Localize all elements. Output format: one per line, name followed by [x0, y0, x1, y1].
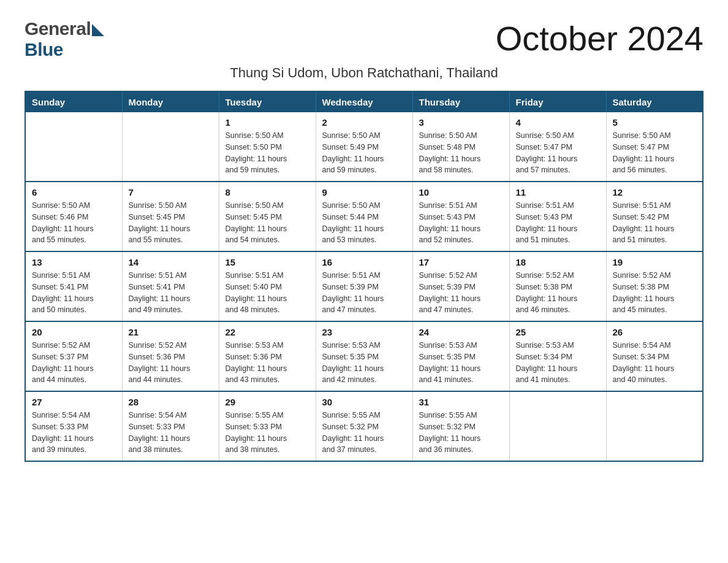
day-info: Sunrise: 5:53 AMSunset: 5:36 PMDaylight:… — [226, 340, 309, 386]
table-row: 7Sunrise: 5:50 AMSunset: 5:45 PMDaylight… — [122, 182, 219, 251]
day-info: Sunrise: 5:53 AMSunset: 5:35 PMDaylight:… — [419, 340, 503, 386]
day-number: 11 — [516, 187, 600, 197]
day-info: Sunrise: 5:54 AMSunset: 5:33 PMDaylight:… — [32, 410, 116, 456]
day-number: 19 — [613, 257, 697, 267]
day-number: 17 — [419, 257, 503, 267]
logo: General Blue — [25, 18, 105, 60]
month-year-title: October 2024 — [496, 18, 703, 58]
table-row: 2Sunrise: 5:50 AMSunset: 5:49 PMDaylight… — [316, 112, 412, 182]
logo-blue-text: Blue — [25, 39, 63, 59]
day-info: Sunrise: 5:52 AMSunset: 5:38 PMDaylight:… — [613, 270, 697, 316]
day-number: 13 — [32, 257, 116, 267]
table-row: 24Sunrise: 5:53 AMSunset: 5:35 PMDayligh… — [412, 321, 509, 391]
day-info: Sunrise: 5:50 AMSunset: 5:47 PMDaylight:… — [613, 130, 697, 176]
table-row: 6Sunrise: 5:50 AMSunset: 5:46 PMDaylight… — [25, 182, 122, 251]
col-friday: Friday — [509, 91, 606, 112]
day-info: Sunrise: 5:50 AMSunset: 5:44 PMDaylight:… — [322, 200, 406, 246]
table-row: 5Sunrise: 5:50 AMSunset: 5:47 PMDaylight… — [606, 112, 703, 182]
day-number: 12 — [613, 187, 697, 197]
day-number: 22 — [226, 327, 309, 337]
day-info: Sunrise: 5:50 AMSunset: 5:45 PMDaylight:… — [129, 200, 213, 246]
location-subtitle: Thung Si Udom, Ubon Ratchathani, Thailan… — [25, 65, 703, 81]
table-row: 30Sunrise: 5:55 AMSunset: 5:32 PMDayligh… — [316, 391, 412, 461]
col-tuesday: Tuesday — [219, 91, 316, 112]
day-info: Sunrise: 5:51 AMSunset: 5:40 PMDaylight:… — [226, 270, 309, 316]
calendar-header-row: Sunday Monday Tuesday Wednesday Thursday… — [25, 91, 703, 112]
logo-triangle-icon — [92, 24, 104, 36]
day-info: Sunrise: 5:55 AMSunset: 5:32 PMDaylight:… — [322, 410, 406, 456]
day-number: 28 — [129, 397, 213, 407]
col-wednesday: Wednesday — [316, 91, 412, 112]
table-row: 17Sunrise: 5:52 AMSunset: 5:39 PMDayligh… — [412, 251, 509, 321]
day-number: 26 — [613, 327, 697, 337]
day-info: Sunrise: 5:52 AMSunset: 5:38 PMDaylight:… — [516, 270, 600, 316]
table-row: 31Sunrise: 5:55 AMSunset: 5:32 PMDayligh… — [412, 391, 509, 461]
day-info: Sunrise: 5:50 AMSunset: 5:47 PMDaylight:… — [516, 130, 600, 176]
day-info: Sunrise: 5:50 AMSunset: 5:49 PMDaylight:… — [322, 130, 406, 176]
table-row: 9Sunrise: 5:50 AMSunset: 5:44 PMDaylight… — [316, 182, 412, 251]
month-title: October 2024 — [496, 18, 703, 58]
day-info: Sunrise: 5:55 AMSunset: 5:32 PMDaylight:… — [419, 410, 503, 456]
day-number: 14 — [129, 257, 213, 267]
day-number: 23 — [322, 327, 406, 337]
day-number: 10 — [419, 187, 503, 197]
day-info: Sunrise: 5:50 AMSunset: 5:48 PMDaylight:… — [419, 130, 503, 176]
table-row: 10Sunrise: 5:51 AMSunset: 5:43 PMDayligh… — [412, 182, 509, 251]
day-info: Sunrise: 5:51 AMSunset: 5:39 PMDaylight:… — [322, 270, 406, 316]
calendar-week-row: 1Sunrise: 5:50 AMSunset: 5:50 PMDaylight… — [25, 112, 703, 182]
day-number: 24 — [419, 327, 503, 337]
table-row — [122, 112, 219, 182]
table-row: 16Sunrise: 5:51 AMSunset: 5:39 PMDayligh… — [316, 251, 412, 321]
col-thursday: Thursday — [412, 91, 509, 112]
table-row — [606, 391, 703, 461]
calendar-week-row: 27Sunrise: 5:54 AMSunset: 5:33 PMDayligh… — [25, 391, 703, 461]
day-info: Sunrise: 5:50 AMSunset: 5:46 PMDaylight:… — [32, 200, 116, 246]
table-row: 13Sunrise: 5:51 AMSunset: 5:41 PMDayligh… — [25, 251, 122, 321]
day-info: Sunrise: 5:51 AMSunset: 5:43 PMDaylight:… — [419, 200, 503, 246]
table-row: 8Sunrise: 5:50 AMSunset: 5:45 PMDaylight… — [219, 182, 316, 251]
day-number: 30 — [322, 397, 406, 407]
day-info: Sunrise: 5:50 AMSunset: 5:50 PMDaylight:… — [226, 130, 309, 176]
calendar-week-row: 20Sunrise: 5:52 AMSunset: 5:37 PMDayligh… — [25, 321, 703, 391]
table-row: 21Sunrise: 5:52 AMSunset: 5:36 PMDayligh… — [122, 321, 219, 391]
table-row: 26Sunrise: 5:54 AMSunset: 5:34 PMDayligh… — [606, 321, 703, 391]
day-number: 27 — [32, 397, 116, 407]
day-number: 8 — [226, 187, 309, 197]
table-row: 18Sunrise: 5:52 AMSunset: 5:38 PMDayligh… — [509, 251, 606, 321]
day-number: 16 — [322, 257, 406, 267]
table-row: 12Sunrise: 5:51 AMSunset: 5:42 PMDayligh… — [606, 182, 703, 251]
calendar-header: Sunday Monday Tuesday Wednesday Thursday… — [25, 91, 703, 112]
calendar-week-row: 13Sunrise: 5:51 AMSunset: 5:41 PMDayligh… — [25, 251, 703, 321]
day-number: 29 — [226, 397, 309, 407]
table-row: 22Sunrise: 5:53 AMSunset: 5:36 PMDayligh… — [219, 321, 316, 391]
day-info: Sunrise: 5:54 AMSunset: 5:33 PMDaylight:… — [129, 410, 213, 456]
day-number: 2 — [322, 117, 406, 128]
table-row: 15Sunrise: 5:51 AMSunset: 5:40 PMDayligh… — [219, 251, 316, 321]
table-row: 19Sunrise: 5:52 AMSunset: 5:38 PMDayligh… — [606, 251, 703, 321]
table-row: 25Sunrise: 5:53 AMSunset: 5:34 PMDayligh… — [509, 321, 606, 391]
day-info: Sunrise: 5:51 AMSunset: 5:43 PMDaylight:… — [516, 200, 600, 246]
day-number: 31 — [419, 397, 503, 407]
day-info: Sunrise: 5:51 AMSunset: 5:42 PMDaylight:… — [613, 200, 697, 246]
day-number: 5 — [613, 117, 697, 128]
table-row: 4Sunrise: 5:50 AMSunset: 5:47 PMDaylight… — [509, 112, 606, 182]
col-saturday: Saturday — [606, 91, 703, 112]
table-row — [25, 112, 122, 182]
table-row: 28Sunrise: 5:54 AMSunset: 5:33 PMDayligh… — [122, 391, 219, 461]
day-info: Sunrise: 5:54 AMSunset: 5:34 PMDaylight:… — [613, 340, 697, 386]
day-number: 1 — [226, 117, 309, 128]
calendar-week-row: 6Sunrise: 5:50 AMSunset: 5:46 PMDaylight… — [25, 182, 703, 251]
table-row: 3Sunrise: 5:50 AMSunset: 5:48 PMDaylight… — [412, 112, 509, 182]
day-number: 25 — [516, 327, 600, 337]
day-info: Sunrise: 5:52 AMSunset: 5:37 PMDaylight:… — [32, 340, 116, 386]
table-row: 29Sunrise: 5:55 AMSunset: 5:33 PMDayligh… — [219, 391, 316, 461]
day-number: 4 — [516, 117, 600, 128]
day-number: 9 — [322, 187, 406, 197]
table-row: 20Sunrise: 5:52 AMSunset: 5:37 PMDayligh… — [25, 321, 122, 391]
day-info: Sunrise: 5:51 AMSunset: 5:41 PMDaylight:… — [32, 270, 116, 316]
day-number: 18 — [516, 257, 600, 267]
table-row: 23Sunrise: 5:53 AMSunset: 5:35 PMDayligh… — [316, 321, 412, 391]
day-info: Sunrise: 5:53 AMSunset: 5:34 PMDaylight:… — [516, 340, 600, 386]
day-info: Sunrise: 5:51 AMSunset: 5:41 PMDaylight:… — [129, 270, 213, 316]
day-number: 21 — [129, 327, 213, 337]
